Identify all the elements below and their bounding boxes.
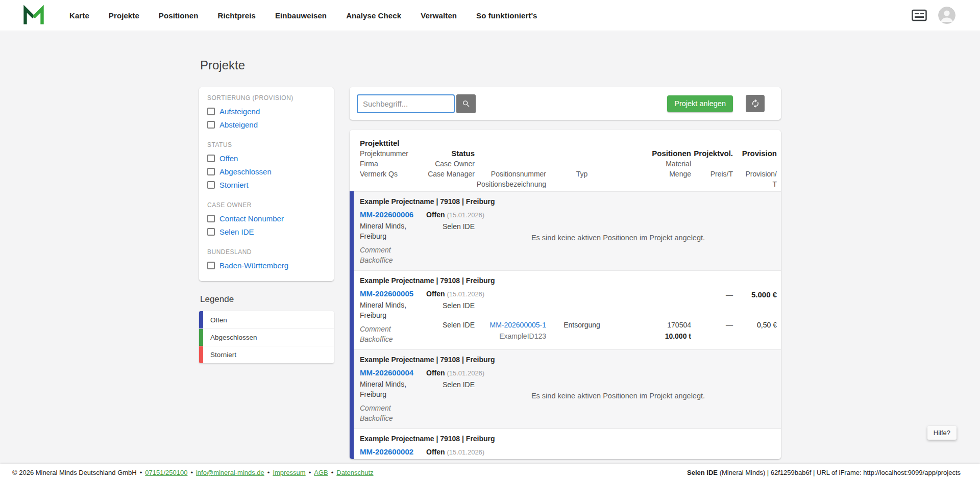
filter-option-offen[interactable]: Offen xyxy=(207,151,326,165)
nav-item-karte[interactable]: Karte xyxy=(69,11,89,20)
filter-option-absteigend[interactable]: Absteigend xyxy=(207,118,326,131)
nav-item-analyse-check[interactable]: Analyse Check xyxy=(346,11,401,20)
device-button[interactable] xyxy=(912,9,927,21)
header-spacer xyxy=(475,138,546,148)
refresh-button[interactable] xyxy=(746,95,765,112)
footer-link-datenschutz[interactable]: Datenschutz xyxy=(336,469,373,476)
search-input[interactable] xyxy=(357,94,455,113)
status-cell: Offen (15.01.2026)Selen IDE xyxy=(426,210,475,265)
position-number-link[interactable]: MM-202600005-1 xyxy=(489,321,546,329)
footer-link-agb[interactable]: AGB xyxy=(314,469,328,476)
position-provision-per-t: 0,50 € xyxy=(733,320,777,344)
table-row[interactable]: Example Projectname | 79108 | FreiburgMM… xyxy=(350,349,781,428)
footer-left: © 2026 Mineral Minds Deutschland GmbH•07… xyxy=(12,469,374,476)
checkbox-unchecked-icon[interactable] xyxy=(207,108,215,115)
footer-link-info-mineral-minds-de[interactable]: info@mineral-minds.de xyxy=(196,469,264,476)
header-label-projektnummer: Projektnummer xyxy=(360,148,426,159)
project-number-link[interactable]: MM-202600002 xyxy=(360,447,413,457)
row-grid: MM-202600002FreiburgCommentBackofficeOff… xyxy=(360,447,777,459)
footer-separator: • xyxy=(331,469,334,476)
no-positions-text: Es sind keine aktiven Positionen im Proj… xyxy=(475,234,777,242)
nav-item-verwalten[interactable]: Verwalten xyxy=(421,11,457,20)
footer: © 2026 Mineral Minds Deutschland GmbH•07… xyxy=(0,464,980,481)
nav-item-positionen[interactable]: Positionen xyxy=(159,11,199,20)
legend-group: OffenAbgeschlossenStorniert xyxy=(199,311,334,363)
status-cell: Offen (15.01.2026)Selen IDE xyxy=(426,368,475,423)
filter-option-label: Storniert xyxy=(219,181,249,189)
table-row[interactable]: Example Projectname | 79108 | FreiburgMM… xyxy=(350,191,781,270)
footer-link-impressum[interactable]: Impressum xyxy=(273,469,305,476)
position-name: ExampleID123 xyxy=(475,331,546,341)
table-header-grid: ProjekttitelProjektnummerFirmaVermerk Qs… xyxy=(360,138,777,189)
project-price-per-t: — xyxy=(691,289,733,314)
footer-separator: • xyxy=(267,469,270,476)
position-price-per-t: — xyxy=(691,320,733,344)
note-line: Backoffice xyxy=(360,413,426,423)
header-col-3: PositionsnummerPositionsbezeichnung xyxy=(475,138,546,189)
mineral-minds-logo[interactable] xyxy=(22,5,45,26)
nav-item-projekte[interactable]: Projekte xyxy=(109,11,139,20)
session-user: Selen IDE xyxy=(687,469,718,476)
search-button[interactable] xyxy=(456,94,476,113)
table-row[interactable]: Example Projectname | 79108 | FreiburgMM… xyxy=(350,270,781,349)
project-number-link[interactable]: MM-202600006 xyxy=(360,210,413,220)
filter-option-baden-württemberg[interactable]: Baden-Württemberg xyxy=(207,259,326,272)
filter-option-storniert[interactable]: Storniert xyxy=(207,178,326,191)
filter-option-abgeschlossen[interactable]: Abgeschlossen xyxy=(207,165,326,178)
row-grid: MM-202600006Mineral Minds,FreiburgCommen… xyxy=(360,210,777,265)
checkbox-unchecked-icon[interactable] xyxy=(207,168,215,175)
table-row-inner: Example Projectname | 79108 | FreiburgMM… xyxy=(350,192,781,270)
checkbox-unchecked-icon[interactable] xyxy=(207,181,215,189)
table-rows: Example Projectname | 79108 | FreiburgMM… xyxy=(350,191,781,459)
nav-item-einbauweisen[interactable]: Einbauweisen xyxy=(275,11,327,20)
project-provision: 5.000 € xyxy=(733,289,777,314)
project-number-link[interactable]: MM-202600005 xyxy=(360,289,413,299)
filter-section-title: SORTIERUNG (PROVISION) xyxy=(207,94,326,102)
account-button[interactable] xyxy=(938,7,955,24)
checkbox-unchecked-icon[interactable] xyxy=(207,215,215,222)
project-title: Example Projectname | 79108 | Freiburg xyxy=(360,196,777,207)
case-owner: Selen IDE xyxy=(426,379,475,390)
status-label: Offen xyxy=(426,211,445,219)
no-positions-text: Es sind keine aktiven Positionen im Proj… xyxy=(475,392,777,400)
header-col-5: PositionenMaterialMenge xyxy=(618,138,691,189)
project-number-link[interactable]: MM-202600004 xyxy=(360,368,413,378)
legend-label: Storniert xyxy=(210,351,236,359)
note-line: Comment xyxy=(360,324,426,334)
row-grid: MM-202600004Mineral Minds,FreiburgCommen… xyxy=(360,368,777,423)
filter-option-aufsteigend[interactable]: Aufsteigend xyxy=(207,105,326,118)
search-icon xyxy=(462,99,471,108)
nav-item-richtpreis[interactable]: Richtpreis xyxy=(218,11,256,20)
table-row[interactable]: Example Projectname | 79108 | FreiburgMM… xyxy=(350,428,781,459)
refresh-icon xyxy=(751,99,760,108)
header-col-7: Provision Provision/T xyxy=(733,138,777,189)
status-cell: Offen (15.01.2026)Selen IDE xyxy=(426,447,475,459)
help-button[interactable]: Hilfe? xyxy=(927,426,957,440)
header-spacer xyxy=(546,148,618,159)
header-label-t: T xyxy=(733,179,777,189)
checkbox-unchecked-icon[interactable] xyxy=(207,121,215,129)
create-project-button[interactable]: Projekt anlegen xyxy=(667,95,733,112)
checkbox-unchecked-icon[interactable] xyxy=(207,262,215,269)
header-label-firma: Firma xyxy=(360,159,426,169)
checkbox-unchecked-icon[interactable] xyxy=(207,155,215,162)
footer-link-07151-250100[interactable]: 07151/250100 xyxy=(145,469,187,476)
header-label-provision: Provision/ xyxy=(733,169,777,179)
filter-option-selen-ide[interactable]: Selen IDE xyxy=(207,225,326,238)
header-col-1: ProjekttitelProjektnummerFirmaVermerk Qs xyxy=(360,138,426,189)
table-row-inner: Example Projectname | 79108 | FreiburgMM… xyxy=(350,350,781,428)
filter-option-contact-nonumber[interactable]: Contact Nonumber xyxy=(207,212,326,225)
status-date: (15.01.2026) xyxy=(447,211,484,219)
nav-menu: KarteProjektePositionenRichtpreisEinbauw… xyxy=(69,11,537,20)
project-note: CommentBackoffice xyxy=(360,403,426,423)
note-line: Backoffice xyxy=(360,334,426,344)
header-spacer xyxy=(691,138,733,148)
position-number-cell: MM-202600005-1ExampleID123 xyxy=(475,320,546,344)
header-spacer xyxy=(733,159,777,169)
nav-item-so-funktioniert-s[interactable]: So funktioniert's xyxy=(476,11,537,20)
filter-section-status: STATUSOffenAbgeschlossenStorniert xyxy=(207,141,326,191)
checkbox-unchecked-icon[interactable] xyxy=(207,228,215,236)
case-owner: Selen IDE xyxy=(426,300,475,311)
project-info-cell: MM-202600004Mineral Minds,FreiburgCommen… xyxy=(360,368,426,423)
status-line: Offen (15.01.2026) xyxy=(426,447,475,458)
